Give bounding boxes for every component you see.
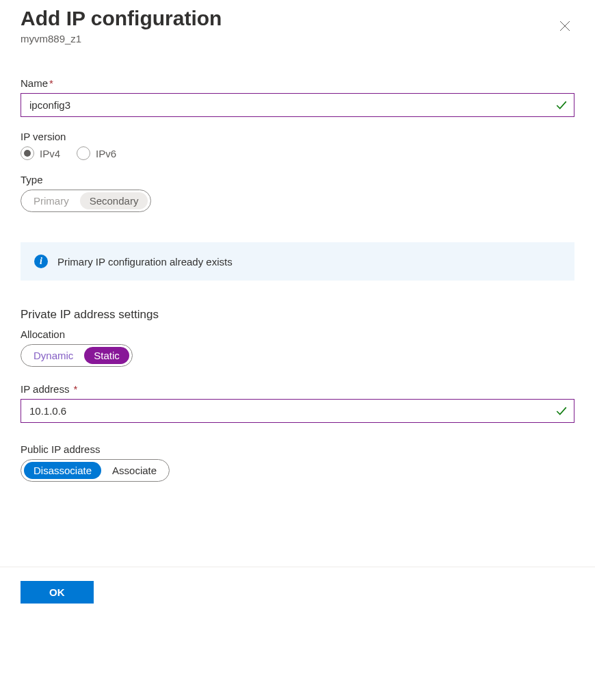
add-ip-config-pane: Add IP configuration myvm889_z1 Name* IP… [0, 0, 595, 498]
info-banner: i Primary IP configuration already exist… [21, 242, 574, 281]
page-subtitle: myvm889_z1 [21, 33, 574, 44]
required-asterisk: * [70, 383, 77, 395]
type-toggle: Primary Secondary [21, 190, 151, 212]
info-text: Primary IP configuration already exists [57, 256, 233, 268]
ip-address-label-text: IP address [21, 383, 69, 395]
allocation-static[interactable]: Static [84, 347, 129, 364]
public-ip-label: Public IP address [21, 443, 574, 455]
close-button[interactable] [555, 16, 574, 36]
footer: OK [0, 567, 595, 617]
ok-button[interactable]: OK [21, 581, 94, 604]
ip-address-input[interactable] [21, 399, 574, 423]
radio-icon [21, 146, 34, 160]
type-primary[interactable]: Primary [24, 192, 79, 209]
public-ip-disassociate[interactable]: Disassociate [24, 462, 101, 479]
public-ip-toggle: Disassociate Associate [21, 459, 170, 482]
allocation-dynamic[interactable]: Dynamic [24, 347, 83, 364]
ip-version-label: IP version [21, 131, 574, 142]
radio-ipv4[interactable]: IPv4 [21, 146, 60, 160]
private-ip-heading: Private IP address settings [21, 308, 574, 322]
allocation-label: Allocation [21, 328, 574, 340]
public-ip-associate[interactable]: Associate [103, 462, 166, 479]
radio-label: IPv6 [96, 148, 116, 159]
ip-version-group: IPv4 IPv6 [21, 146, 574, 160]
page-title: Add IP configuration [21, 7, 574, 30]
radio-label: IPv4 [40, 148, 60, 159]
type-label: Type [21, 174, 574, 185]
allocation-toggle: Dynamic Static [21, 344, 133, 367]
checkmark-icon [555, 99, 568, 112]
name-label: Name* [21, 77, 574, 89]
checkmark-icon [555, 405, 568, 417]
radio-icon [77, 146, 90, 160]
info-icon: i [34, 255, 48, 268]
required-asterisk: * [49, 77, 53, 89]
name-label-text: Name [21, 77, 48, 89]
name-input[interactable] [21, 93, 574, 117]
radio-ipv6[interactable]: IPv6 [77, 146, 116, 160]
type-secondary[interactable]: Secondary [80, 192, 148, 209]
ip-address-label: IP address * [21, 383, 574, 395]
close-icon [559, 21, 570, 31]
